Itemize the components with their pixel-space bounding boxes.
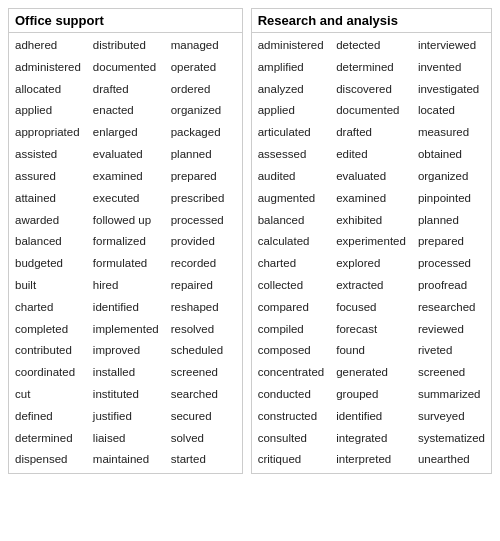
word-cell: extracted [330,275,412,297]
word-cell: amplified [252,57,331,79]
word-cell: evaluated [87,144,165,166]
word-cell: proofread [412,275,491,297]
word-cell: awarded [9,210,87,232]
page-container: Office supportadhereddistributedmanageda… [8,8,492,474]
word-cell: surveyed [412,406,491,428]
word-cell: critiqued [252,449,331,471]
word-cell: evaluated [330,166,412,188]
word-cell: found [330,340,412,362]
word-cell: prepared [412,231,491,253]
word-cell: pinpointed [412,188,491,210]
word-cell: researched [412,297,491,319]
word-cell: exhibited [330,210,412,232]
word-cell: applied [9,100,87,122]
word-cell: defined [9,406,87,428]
word-cell: enlarged [87,122,165,144]
word-cell: experimented [330,231,412,253]
word-cell: screened [165,362,242,384]
word-cell: summarized [412,384,491,406]
word-cell: interviewed [412,35,491,57]
word-cell: riveted [412,340,491,362]
word-cell: cut [9,384,87,406]
word-cell: obtained [412,144,491,166]
word-cell: appropriated [9,122,87,144]
word-cell: liaised [87,428,165,450]
word-cell: documented [87,57,165,79]
word-cell: started [165,449,242,471]
word-cell: identified [87,297,165,319]
word-cell: drafted [330,122,412,144]
word-cell: installed [87,362,165,384]
word-cell: determined [330,57,412,79]
word-cell: administered [252,35,331,57]
word-cell: built [9,275,87,297]
word-cell: applied [252,100,331,122]
word-cell: calculated [252,231,331,253]
word-cell: assisted [9,144,87,166]
word-cell: reviewed [412,319,491,341]
word-cell: adhered [9,35,87,57]
word-cell: consulted [252,428,331,450]
word-cell: discovered [330,79,412,101]
word-cell: organized [412,166,491,188]
word-cell: augmented [252,188,331,210]
word-cell: processed [412,253,491,275]
word-cell: articulated [252,122,331,144]
word-cell: forecast [330,319,412,341]
word-cell: examined [330,188,412,210]
word-cell: packaged [165,122,242,144]
word-cell: dispensed [9,449,87,471]
word-cell: completed [9,319,87,341]
word-cell: determined [9,428,87,450]
word-cell: drafted [87,79,165,101]
word-cell: systematized [412,428,491,450]
word-cell: explored [330,253,412,275]
word-cell: examined [87,166,165,188]
word-cell: screened [412,362,491,384]
word-cell: managed [165,35,242,57]
word-cell: unearthed [412,449,491,471]
word-cell: searched [165,384,242,406]
section-title-research-analysis: Research and analysis [252,9,491,33]
word-cell: prepared [165,166,242,188]
word-cell: interpreted [330,449,412,471]
word-cell: distributed [87,35,165,57]
word-cell: administered [9,57,87,79]
word-cell: audited [252,166,331,188]
word-cell: repaired [165,275,242,297]
word-cell: maintained [87,449,165,471]
word-cell: scheduled [165,340,242,362]
word-cell: collected [252,275,331,297]
word-cell: planned [412,210,491,232]
word-cell: recorded [165,253,242,275]
word-cell: planned [165,144,242,166]
word-cell: attained [9,188,87,210]
word-cell: analyzed [252,79,331,101]
word-cell: concentrated [252,362,331,384]
word-cell: constructed [252,406,331,428]
section-office-support: Office supportadhereddistributedmanageda… [8,8,243,474]
word-cell: formulated [87,253,165,275]
word-cell: identified [330,406,412,428]
word-cell: integrated [330,428,412,450]
word-cell: located [412,100,491,122]
word-cell: compiled [252,319,331,341]
section-title-office-support: Office support [9,9,242,33]
word-cell: solved [165,428,242,450]
word-cell: invented [412,57,491,79]
word-cell: justified [87,406,165,428]
word-cell: measured [412,122,491,144]
section-research-analysis: Research and analysisadministereddetecte… [251,8,492,474]
word-cell: balanced [9,231,87,253]
word-cell: documented [330,100,412,122]
word-cell: assured [9,166,87,188]
word-cell: budgeted [9,253,87,275]
word-cell: hired [87,275,165,297]
word-cell: executed [87,188,165,210]
word-cell: compared [252,297,331,319]
word-cell: reshaped [165,297,242,319]
word-cell: instituted [87,384,165,406]
word-cell: resolved [165,319,242,341]
word-cell: allocated [9,79,87,101]
word-cell: charted [9,297,87,319]
